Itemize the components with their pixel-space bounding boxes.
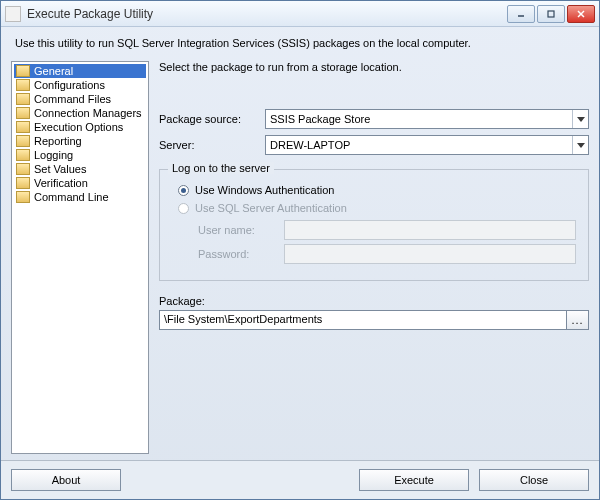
package-path-value: \File System\ExportDepartments bbox=[164, 313, 322, 325]
footer: About Execute Close bbox=[1, 460, 599, 499]
sidebar-item-reporting[interactable]: Reporting bbox=[14, 134, 146, 148]
username-input bbox=[284, 220, 576, 240]
sidebar-item-set-values[interactable]: Set Values bbox=[14, 162, 146, 176]
windows-auth-radio-row[interactable]: Use Windows Authentication bbox=[178, 184, 576, 196]
sidebar-item-label: Set Values bbox=[34, 163, 86, 175]
main-panel: Select the package to run from a storage… bbox=[159, 61, 589, 454]
package-source-label: Package source: bbox=[159, 113, 265, 125]
server-value: DREW-LAPTOP bbox=[270, 139, 350, 151]
server-select[interactable]: DREW-LAPTOP bbox=[265, 135, 589, 155]
package-source-value: SSIS Package Store bbox=[270, 113, 370, 125]
svg-marker-4 bbox=[577, 117, 585, 122]
about-label: About bbox=[52, 474, 81, 486]
folder-icon bbox=[16, 191, 30, 203]
sql-auth-radio-row: Use SQL Server Authentication bbox=[178, 202, 576, 214]
sidebar-item-general[interactable]: General bbox=[14, 64, 146, 78]
execute-button[interactable]: Execute bbox=[359, 469, 469, 491]
close-button[interactable]: Close bbox=[479, 469, 589, 491]
window-title: Execute Package Utility bbox=[27, 7, 507, 21]
close-window-button[interactable] bbox=[567, 5, 595, 23]
sidebar-item-label: Execution Options bbox=[34, 121, 123, 133]
sidebar-item-command-files[interactable]: Command Files bbox=[14, 92, 146, 106]
svg-marker-5 bbox=[577, 143, 585, 148]
sidebar-item-verification[interactable]: Verification bbox=[14, 176, 146, 190]
about-button[interactable]: About bbox=[11, 469, 121, 491]
radio-icon bbox=[178, 185, 189, 196]
logon-legend: Log on to the server bbox=[168, 162, 274, 174]
sidebar-item-label: Connection Managers bbox=[34, 107, 142, 119]
folder-icon bbox=[16, 65, 30, 77]
maximize-button[interactable] bbox=[537, 5, 565, 23]
sidebar-item-label: Command Line bbox=[34, 191, 109, 203]
app-icon bbox=[5, 6, 21, 22]
close-label: Close bbox=[520, 474, 548, 486]
sidebar-item-label: Logging bbox=[34, 149, 73, 161]
package-source-select[interactable]: SSIS Package Store bbox=[265, 109, 589, 129]
utility-description: Use this utility to run SQL Server Integ… bbox=[1, 27, 599, 55]
sql-auth-label: Use SQL Server Authentication bbox=[195, 202, 347, 214]
package-path-input[interactable]: \File System\ExportDepartments bbox=[159, 310, 567, 330]
package-row: \File System\ExportDepartments ... bbox=[159, 310, 589, 330]
logon-groupbox: Log on to the server Use Windows Authent… bbox=[159, 169, 589, 281]
sidebar-item-connection-managers[interactable]: Connection Managers bbox=[14, 106, 146, 120]
password-row: Password: bbox=[198, 244, 576, 264]
titlebar: Execute Package Utility bbox=[1, 1, 599, 27]
sidebar-item-label: Configurations bbox=[34, 79, 105, 91]
sidebar-item-label: Reporting bbox=[34, 135, 82, 147]
footer-right: Execute Close bbox=[359, 469, 589, 491]
chevron-down-icon bbox=[572, 136, 588, 154]
folder-icon bbox=[16, 121, 30, 133]
folder-icon bbox=[16, 79, 30, 91]
sidebar-item-logging[interactable]: Logging bbox=[14, 148, 146, 162]
username-row: User name: bbox=[198, 220, 576, 240]
server-label: Server: bbox=[159, 139, 265, 151]
browse-package-button[interactable]: ... bbox=[567, 310, 589, 330]
radio-icon bbox=[178, 203, 189, 214]
username-label: User name: bbox=[198, 224, 284, 236]
app-window: Execute Package Utility Use this utility… bbox=[0, 0, 600, 500]
chevron-down-icon bbox=[572, 110, 588, 128]
window-controls bbox=[507, 5, 595, 23]
package-label: Package: bbox=[159, 295, 589, 307]
sidebar-item-label: General bbox=[34, 65, 73, 77]
server-row: Server: DREW-LAPTOP bbox=[159, 135, 589, 155]
category-sidebar[interactable]: General Configurations Command Files Con… bbox=[11, 61, 149, 454]
password-label: Password: bbox=[198, 248, 284, 260]
sidebar-item-label: Command Files bbox=[34, 93, 111, 105]
sidebar-item-configurations[interactable]: Configurations bbox=[14, 78, 146, 92]
sidebar-item-label: Verification bbox=[34, 177, 88, 189]
package-source-row: Package source: SSIS Package Store bbox=[159, 109, 589, 129]
ellipsis-icon: ... bbox=[571, 314, 583, 326]
minimize-button[interactable] bbox=[507, 5, 535, 23]
body: General Configurations Command Files Con… bbox=[1, 55, 599, 460]
folder-icon bbox=[16, 149, 30, 161]
windows-auth-label: Use Windows Authentication bbox=[195, 184, 334, 196]
svg-rect-1 bbox=[548, 11, 554, 17]
folder-icon bbox=[16, 107, 30, 119]
folder-icon bbox=[16, 177, 30, 189]
folder-icon bbox=[16, 93, 30, 105]
password-input bbox=[284, 244, 576, 264]
folder-icon bbox=[16, 163, 30, 175]
execute-label: Execute bbox=[394, 474, 434, 486]
panel-instruction: Select the package to run from a storage… bbox=[159, 61, 589, 73]
sidebar-item-execution-options[interactable]: Execution Options bbox=[14, 120, 146, 134]
folder-icon bbox=[16, 135, 30, 147]
sidebar-item-command-line[interactable]: Command Line bbox=[14, 190, 146, 204]
